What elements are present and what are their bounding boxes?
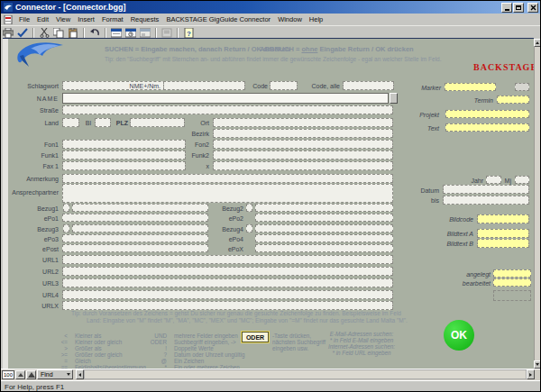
ansprechpartner-field[interactable] — [62, 184, 393, 203]
horizontal-scrollbar[interactable] — [84, 369, 527, 379]
bildtext-a-field[interactable] — [477, 229, 529, 238]
bildcode-field[interactable] — [477, 214, 529, 223]
plz-field[interactable] — [130, 118, 185, 127]
zoom-out-icon[interactable] — [15, 370, 25, 379]
strasse-field[interactable] — [62, 105, 393, 114]
menu-window[interactable]: Window — [278, 15, 302, 23]
datum-field[interactable] — [443, 185, 529, 194]
bezug1-flag-field[interactable] — [63, 204, 69, 212]
bildtext-b-field[interactable] — [477, 239, 529, 248]
paste-icon[interactable] — [67, 27, 79, 38]
epo4-label: ePo4 — [211, 236, 243, 243]
epo4-field[interactable] — [255, 234, 393, 242]
bildtext-b-label: Bildtext B — [421, 241, 473, 248]
bezug4-field[interactable] — [255, 224, 393, 232]
scroll-right-icon[interactable] — [527, 369, 535, 379]
projekt-field[interactable] — [445, 110, 529, 118]
termin-field[interactable] — [497, 96, 529, 104]
oder-button[interactable]: ODER — [242, 332, 269, 342]
marker-flag-field[interactable] — [515, 83, 529, 91]
code-alle-field[interactable] — [343, 81, 394, 90]
url1-field[interactable] — [62, 255, 393, 264]
minimize-button[interactable] — [501, 3, 512, 13]
legend-symbol: ODER — [143, 339, 167, 345]
legend-text: Kleiner oder gleich — [75, 339, 122, 345]
bearbeitet-field[interactable] — [493, 278, 531, 287]
epost-field[interactable] — [62, 244, 208, 252]
help-icon[interactable]: ? — [182, 27, 195, 38]
url4-field[interactable] — [62, 290, 393, 299]
menu-backstage-gigguide-connector[interactable]: BACKSTAGE GigGuide Connector — [166, 15, 270, 23]
menu-help[interactable]: Help — [309, 15, 323, 23]
legend-symbol: <= — [51, 339, 68, 345]
window-time-icon[interactable] — [124, 27, 137, 38]
ort-field[interactable] — [213, 118, 393, 127]
legend-symbol: ? — [143, 351, 167, 358]
angelegt-field[interactable] — [493, 269, 531, 278]
epox-label: ePoX — [211, 246, 243, 253]
urlx-field[interactable] — [62, 301, 393, 310]
email-note-line1: E-Mail-Adressen suchen: — [316, 331, 407, 337]
url2-field[interactable] — [62, 267, 393, 276]
bezirk-field[interactable] — [213, 129, 393, 138]
land-field[interactable] — [62, 118, 79, 127]
copy-icon[interactable] — [52, 27, 65, 38]
bezug4-flag-field[interactable] — [246, 224, 252, 232]
bezug2-flag-field[interactable] — [246, 204, 252, 212]
menu-requests[interactable]: Requests — [131, 15, 160, 23]
text-field[interactable] — [445, 123, 529, 132]
epo1-field[interactable] — [62, 214, 208, 222]
bezug3-flag-field[interactable] — [63, 224, 69, 232]
email-note-line3: Internet-Adressen suchen: — [316, 343, 407, 350]
zoom-percent-box[interactable]: 100 — [2, 370, 14, 379]
bezug1-field[interactable] — [72, 204, 208, 212]
window-title: Connector - [Connector.bgg] — [15, 3, 126, 12]
scroll-up-icon[interactable] — [534, 39, 541, 47]
epox-field[interactable] — [255, 244, 393, 252]
mj-field[interactable] — [515, 176, 529, 184]
funk1-field[interactable] — [62, 150, 186, 160]
email-note-line4: * in Feld URL eingeben — [316, 350, 407, 356]
menu-format[interactable]: Format — [102, 15, 124, 23]
url3-field[interactable] — [62, 278, 393, 287]
epo2-field[interactable] — [255, 214, 393, 222]
urlx-label: URLX — [8, 303, 59, 310]
funk2-field[interactable] — [213, 150, 393, 160]
undo-icon[interactable] — [88, 27, 101, 38]
menu-insert[interactable]: Insert — [78, 15, 95, 23]
empty-flag-field[interactable] — [493, 290, 531, 301]
ort-label: Ort — [184, 120, 209, 127]
vertical-scrollbar[interactable] — [534, 39, 541, 369]
scroll-left-icon[interactable] — [76, 369, 84, 379]
nme-field[interactable] — [163, 81, 245, 90]
epo3-field[interactable] — [62, 234, 208, 242]
close-button[interactable] — [527, 3, 538, 13]
fax1-label: Fax 1 — [8, 163, 59, 170]
name-field[interactable] — [62, 93, 389, 104]
cut-icon[interactable] — [38, 27, 50, 38]
window-layout-icon[interactable] — [139, 27, 151, 38]
scroll-down-icon[interactable] — [534, 360, 541, 369]
fax1-field[interactable] — [62, 161, 186, 170]
print-icon[interactable] — [2, 27, 14, 38]
bezug3-field[interactable] — [72, 224, 208, 232]
zoom-in-icon[interactable] — [26, 370, 36, 379]
menu-file[interactable]: File — [19, 15, 30, 23]
maximize-button[interactable] — [513, 3, 524, 13]
mode-popup[interactable]: Find — [37, 369, 73, 379]
fax2-field[interactable] — [213, 161, 393, 170]
marker-field[interactable] — [445, 83, 496, 91]
fon1-field[interactable] — [62, 140, 186, 149]
bis-field[interactable] — [443, 196, 529, 205]
anmerkung-field[interactable] — [62, 174, 393, 183]
properties-icon[interactable] — [160, 27, 173, 38]
fon2-field[interactable] — [213, 140, 393, 149]
document-icon[interactable] — [4, 15, 13, 24]
menu-edit[interactable]: Edit — [37, 15, 49, 23]
ok-button[interactable]: OK — [444, 320, 474, 351]
name-field-button[interactable] — [390, 93, 398, 104]
bezug2-field[interactable] — [255, 204, 393, 212]
window-records-icon[interactable] — [110, 27, 123, 38]
spellcheck-icon[interactable] — [16, 27, 29, 38]
menu-view[interactable]: View — [56, 15, 70, 23]
